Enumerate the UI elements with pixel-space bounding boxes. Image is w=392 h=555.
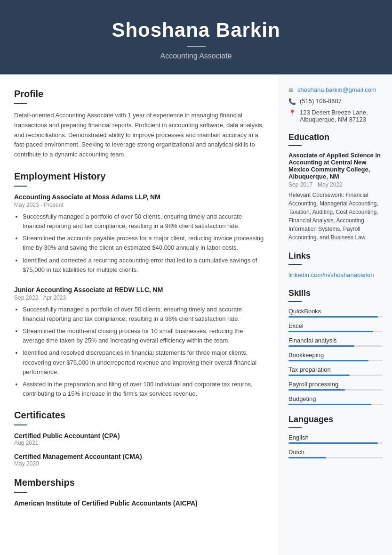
cert-1-date: Aug 2021 <box>14 440 264 446</box>
skill-bar-fill-3 <box>288 360 368 361</box>
skill-bar-fill-5 <box>288 389 345 391</box>
full-name: Shoshana Barkin <box>9 19 383 41</box>
education-divider <box>288 145 302 146</box>
memberships-divider <box>14 492 27 493</box>
skill-label-4: Tax preparation <box>288 366 383 373</box>
skill-bar-bg-6 <box>288 404 383 405</box>
email-link[interactable]: shoshana.barkin@gmail.com <box>297 86 376 93</box>
location-icon: 📍 <box>288 109 296 116</box>
edu-degree: Associate of Applied Science in Accounti… <box>288 152 383 180</box>
employment-divider <box>14 186 27 187</box>
job-1-dates: May 2023 - Present <box>14 202 264 208</box>
cert-2-name: Certified Management Accountant (CMA) <box>14 453 264 460</box>
job-1-bullet-3: Identified and corrected a recurring acc… <box>23 256 264 275</box>
job-1-title: Accounting Associate at Moss Adams LLP, … <box>14 193 264 201</box>
links-title: Links <box>288 251 383 261</box>
job-1-bullet-1: Successfully managed a portfolio of over… <box>23 212 264 231</box>
job-2-bullet-1: Successfully managed a portfolio of over… <box>23 305 264 324</box>
lang-bar-bg-0 <box>288 442 383 444</box>
skill-bar-bg-0 <box>288 316 383 318</box>
skill-bar-bg-2 <box>288 345 383 347</box>
job-1: Accounting Associate at Moss Adams LLP, … <box>14 193 264 275</box>
lang-bar-fill-1 <box>288 457 326 458</box>
skill-label-5: Payroll processing <box>288 381 383 388</box>
skills-title: Skills <box>288 288 383 298</box>
links-divider <box>288 264 302 265</box>
skill-bar-fill-0 <box>288 316 378 318</box>
cert-1: Certified Public Accountant (CPA) Aug 20… <box>14 432 264 446</box>
skill-item-3: Bookkeeping <box>288 351 383 361</box>
linkedin-link[interactable]: linkedin.com/in/shoshanabarkin <box>288 271 374 278</box>
contact-email: ✉ shoshana.barkin@gmail.com <box>288 86 383 94</box>
phone-icon: 📞 <box>288 98 296 105</box>
skill-bar-bg-1 <box>288 331 383 332</box>
skill-bar-fill-4 <box>288 375 350 376</box>
lang-label-1: Dutch <box>288 449 383 456</box>
skill-bar-fill-6 <box>288 404 371 405</box>
skill-item-2: Financial analysis <box>288 337 383 347</box>
job-2-dates: Sep 2022 - Apr 2023 <box>14 294 264 301</box>
skill-label-0: QuickBooks <box>288 308 383 315</box>
profile-divider <box>14 103 27 104</box>
job-2-bullet-3: Identified and resolved discrepancies in… <box>23 348 264 376</box>
skill-item-4: Tax preparation <box>288 366 383 376</box>
job-2-bullet-2: Streamlined the month-end closing proces… <box>23 326 264 345</box>
contact-phone: 📞 (515) 106-8687 <box>288 98 383 105</box>
job-2-bullet-4: Assisted in the preparation and filing o… <box>23 380 264 399</box>
job-2-bullets: Successfully managed a portfolio of over… <box>14 305 264 399</box>
profile-title: Profile <box>14 89 264 99</box>
job-title: Accounting Associate <box>9 52 383 60</box>
certificates-section: Certificates Certified Public Accountant… <box>14 410 264 467</box>
skills-divider <box>288 301 302 302</box>
edu-coursework: Relevant Coursework: Financial Accountin… <box>288 191 383 242</box>
skill-label-2: Financial analysis <box>288 337 383 344</box>
main-content: Profile Detail-oriented Accounting Assoc… <box>0 74 392 555</box>
skill-label-3: Bookkeeping <box>288 351 383 359</box>
memberships-section: Memberships American Institute of Certif… <box>14 477 264 507</box>
employment-title: Employment History <box>14 171 264 182</box>
links-section: Links linkedin.com/in/shoshanabarkin <box>288 251 383 279</box>
contact-section: ✉ shoshana.barkin@gmail.com 📞 (515) 106-… <box>288 86 383 123</box>
education-section: Education Associate of Applied Science i… <box>288 132 383 242</box>
job-2-title: Junior Accounting Associate at REDW LLC,… <box>14 286 264 294</box>
lang-item-1: Dutch <box>288 449 383 458</box>
header-divider <box>187 46 206 47</box>
phone-text: (515) 106-8687 <box>300 98 342 105</box>
skills-list: QuickBooks Excel Financial analysis Book… <box>288 308 383 405</box>
skill-item-1: Excel <box>288 322 383 332</box>
skill-item-6: Budgeting <box>288 395 383 405</box>
skill-bar-fill-2 <box>288 345 354 347</box>
cert-1-name: Certified Public Accountant (CPA) <box>14 432 264 440</box>
left-column: Profile Detail-oriented Accounting Assoc… <box>0 74 279 555</box>
lang-bar-bg-1 <box>288 457 383 458</box>
skill-label-1: Excel <box>288 322 383 329</box>
lang-label-0: English <box>288 434 383 441</box>
cert-2-date: May 2020 <box>14 460 264 467</box>
skill-bar-bg-4 <box>288 375 383 376</box>
edu-dates: Sep 2017 - May 2022 <box>288 181 383 188</box>
email-icon: ✉ <box>288 87 294 94</box>
job-2: Junior Accounting Associate at REDW LLC,… <box>14 286 264 399</box>
skill-item-0: QuickBooks <box>288 308 383 318</box>
right-column: ✉ shoshana.barkin@gmail.com 📞 (515) 106-… <box>279 74 392 555</box>
lang-bar-fill-0 <box>288 442 378 444</box>
skill-bar-bg-5 <box>288 389 383 391</box>
languages-title: Languages <box>288 415 383 424</box>
languages-divider <box>288 427 302 428</box>
skill-bar-bg-3 <box>288 360 383 361</box>
member-1-name: American Institute of Certified Public A… <box>14 499 264 507</box>
lang-item-0: English <box>288 434 383 444</box>
employment-section: Employment History Accounting Associate … <box>14 171 264 399</box>
contact-address: 📍 123 Desert Breeze Lane, Albuquerque, N… <box>288 109 383 123</box>
education-title: Education <box>288 132 383 142</box>
certificates-divider <box>14 424 27 425</box>
skill-bar-fill-1 <box>288 331 373 332</box>
job-1-bullets: Successfully managed a portfolio of over… <box>14 212 264 275</box>
profile-section: Profile Detail-oriented Accounting Assoc… <box>14 89 264 160</box>
languages-section: Languages English Dutch <box>288 415 383 458</box>
skill-item-5: Payroll processing <box>288 381 383 391</box>
address-text: 123 Desert Breeze Lane, Albuquerque, NM … <box>300 109 368 123</box>
profile-text: Detail-oriented Accounting Associate wit… <box>14 111 264 160</box>
job-1-bullet-2: Streamlined the accounts payable process… <box>23 234 264 253</box>
skill-label-6: Budgeting <box>288 395 383 402</box>
